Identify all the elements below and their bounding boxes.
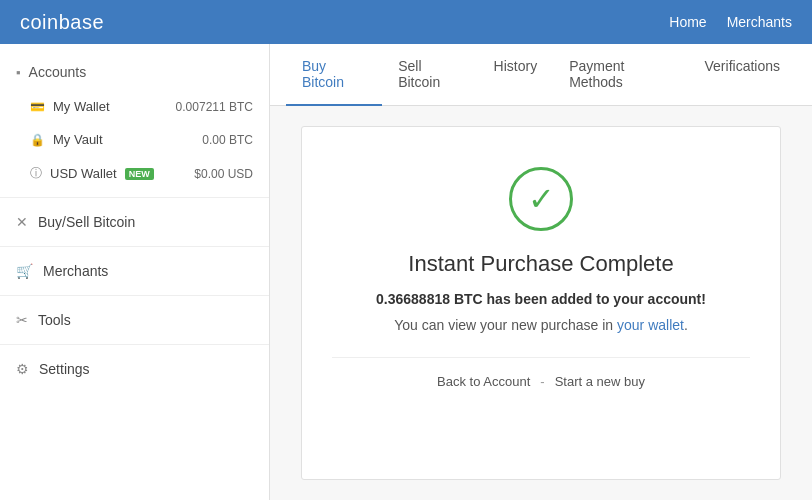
buy-sell-label: Buy/Sell Bitcoin bbox=[38, 214, 135, 230]
view-text: You can view your new purchase in bbox=[394, 317, 617, 333]
usd-wallet-amount: $0.00 USD bbox=[194, 167, 253, 181]
checkmark-icon: ✓ bbox=[528, 183, 555, 215]
start-new-buy-link[interactable]: Start a new buy bbox=[555, 374, 645, 389]
vault-icon: 🔒 bbox=[30, 133, 45, 147]
divider-2 bbox=[0, 246, 269, 247]
divider-1 bbox=[0, 197, 269, 198]
sidebar-item-usd-wallet[interactable]: ⓘ USD Wallet NEW $0.00 USD bbox=[0, 156, 269, 191]
divider-3 bbox=[0, 295, 269, 296]
my-wallet-label: My Wallet bbox=[53, 99, 110, 114]
main-content: Buy Bitcoin Sell Bitcoin History Payment… bbox=[270, 44, 812, 500]
content-area: ✓ Instant Purchase Complete 0.36688818 B… bbox=[270, 106, 812, 500]
usd-wallet-label: USD Wallet bbox=[50, 166, 117, 181]
tab-payment-methods[interactable]: Payment Methods bbox=[553, 44, 688, 106]
period: . bbox=[684, 317, 688, 333]
accounts-label: Accounts bbox=[29, 64, 87, 80]
header: coinbase Home Merchants bbox=[0, 0, 812, 44]
sidebar-item-settings[interactable]: ⚙ Settings bbox=[0, 351, 269, 387]
success-subtitle: You can view your new purchase in your w… bbox=[394, 317, 688, 333]
success-amount: 0.36688818 BTC has been added to your ac… bbox=[376, 291, 706, 307]
nav-merchants[interactable]: Merchants bbox=[727, 14, 792, 30]
divider-4 bbox=[0, 344, 269, 345]
success-icon-circle: ✓ bbox=[509, 167, 573, 231]
new-badge: NEW bbox=[125, 168, 154, 180]
my-vault-amount: 0.00 BTC bbox=[202, 133, 253, 147]
back-to-account-link[interactable]: Back to Account bbox=[437, 374, 530, 389]
sidebar-item-buy-sell[interactable]: ✕ Buy/Sell Bitcoin bbox=[0, 204, 269, 240]
merchants-icon: 🛒 bbox=[16, 263, 33, 279]
tools-icon: ✂ bbox=[16, 312, 28, 328]
logo[interactable]: coinbase bbox=[20, 11, 104, 34]
my-vault-label: My Vault bbox=[53, 132, 103, 147]
sidebar-item-my-wallet[interactable]: 💳 My Wallet 0.007211 BTC bbox=[0, 90, 269, 123]
tab-buy-bitcoin[interactable]: Buy Bitcoin bbox=[286, 44, 382, 106]
sidebar-item-my-vault[interactable]: 🔒 My Vault 0.00 BTC bbox=[0, 123, 269, 156]
tab-history[interactable]: History bbox=[478, 44, 554, 106]
tab-sell-bitcoin[interactable]: Sell Bitcoin bbox=[382, 44, 477, 106]
header-nav: Home Merchants bbox=[669, 14, 792, 30]
tools-label: Tools bbox=[38, 312, 71, 328]
sidebar-item-tools[interactable]: ✂ Tools bbox=[0, 302, 269, 338]
layout: ▪ Accounts 💳 My Wallet 0.007211 BTC 🔒 My… bbox=[0, 44, 812, 500]
my-wallet-amount: 0.007211 BTC bbox=[176, 100, 253, 114]
success-card: ✓ Instant Purchase Complete 0.36688818 B… bbox=[301, 126, 781, 480]
sidebar: ▪ Accounts 💳 My Wallet 0.007211 BTC 🔒 My… bbox=[0, 44, 270, 500]
usd-icon: ⓘ bbox=[30, 165, 42, 182]
tabs: Buy Bitcoin Sell Bitcoin History Payment… bbox=[270, 44, 812, 106]
folder-icon: ▪ bbox=[16, 65, 21, 80]
merchants-label: Merchants bbox=[43, 263, 108, 279]
settings-icon: ⚙ bbox=[16, 361, 29, 377]
accounts-section: ▪ Accounts bbox=[0, 54, 269, 90]
wallet-icon: 💳 bbox=[30, 100, 45, 114]
nav-home[interactable]: Home bbox=[669, 14, 706, 30]
card-divider bbox=[332, 357, 750, 358]
success-actions: Back to Account - Start a new buy bbox=[437, 374, 645, 389]
action-separator: - bbox=[540, 374, 544, 389]
wallet-link[interactable]: your wallet bbox=[617, 317, 684, 333]
success-title: Instant Purchase Complete bbox=[408, 251, 673, 277]
tab-verifications[interactable]: Verifications bbox=[689, 44, 796, 106]
buy-sell-icon: ✕ bbox=[16, 214, 28, 230]
settings-label: Settings bbox=[39, 361, 90, 377]
sidebar-item-merchants[interactable]: 🛒 Merchants bbox=[0, 253, 269, 289]
